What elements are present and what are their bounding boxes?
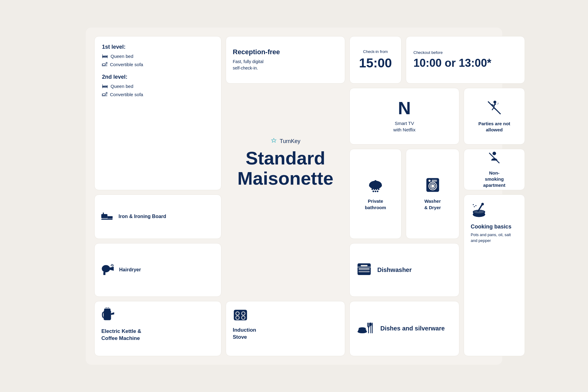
svg-rect-16 (369, 185, 382, 187)
dishwasher-label: Dishwasher (377, 266, 412, 273)
nosmoking-box: Non-smokingapartment (464, 149, 525, 190)
main-card: 1st level: 🛏 Queen bed 🛋 Convertible sof… (86, 28, 502, 365)
cooking-sublabel: Pots and pans, oil, saltand pepper (471, 232, 518, 244)
svg-point-61 (481, 203, 484, 205)
svg-point-8 (492, 152, 496, 155)
bathroom-icon (367, 177, 384, 194)
svg-point-13 (102, 265, 110, 272)
svg-point-30 (428, 179, 431, 182)
dishes-icon (356, 321, 375, 336)
checkout-time: 10:00 or 13:00* (413, 57, 517, 70)
svg-rect-35 (359, 268, 370, 270)
svg-rect-12 (103, 213, 104, 215)
bed-icon: 🛏 (102, 53, 108, 60)
iron-box: Iron & Ironing Board (94, 194, 221, 239)
hairdryer-label: Hairdryer (119, 267, 141, 273)
washer-box: Washer& Dryer (406, 149, 459, 239)
svg-rect-47 (104, 308, 111, 311)
property-name: StandardMaisonette (237, 148, 333, 189)
svg-rect-25 (375, 180, 376, 182)
parties-label: Parties are not allowed (471, 121, 518, 133)
svg-point-45 (370, 322, 372, 326)
svg-point-23 (377, 190, 378, 192)
sofa-icon-2: 🛋 (102, 91, 107, 98)
dishwasher-icon (356, 262, 372, 277)
nosmoking-label: Non-smokingapartment (483, 170, 506, 189)
cooking-box: Cooking basics Pots and pans, oil, salta… (464, 194, 525, 356)
level1-bed1: 🛏 Queen bed (102, 53, 214, 60)
level2-sofa1: 🛋 Convertible sofa (102, 91, 214, 98)
level2-section: 2nd level: 🛏 Queen bed 🛋 Convertible sof… (102, 74, 214, 98)
kettle-label: Electric Kettle &Coffee Machine (101, 328, 214, 342)
svg-rect-36 (359, 271, 370, 272)
dishwasher-box: Dishwasher (349, 243, 459, 297)
svg-rect-10 (101, 214, 107, 218)
dishes-label: Dishes and silverware (380, 325, 445, 332)
reception-title: Reception-free (233, 48, 338, 56)
svg-point-17 (371, 188, 373, 190)
bathroom-label: Privatebathroom (365, 198, 386, 211)
svg-point-39 (359, 327, 366, 330)
svg-text:♪: ♪ (497, 101, 499, 105)
reception-box: Reception-free Fast, fully digitalself-c… (226, 36, 345, 84)
sofa-icon: 🛋 (102, 61, 107, 68)
parties-icon: ♪ (486, 99, 503, 118)
svg-rect-14 (103, 272, 105, 275)
iron-icon (101, 211, 114, 222)
checkin-time: 15:00 (359, 56, 392, 70)
cooking-icon (471, 202, 518, 219)
checkin-box: Check-in from 15:00 (349, 36, 401, 84)
grid-layout: 1st level: 🛏 Queen bed 🛋 Convertible sof… (94, 36, 494, 356)
svg-point-20 (378, 188, 379, 190)
svg-point-21 (372, 190, 374, 192)
level1-sofa1: 🛋 Convertible sofa (102, 61, 214, 68)
smarttv-box: N Smart TVwith Netflix (349, 88, 459, 145)
level1-title: 1st level: (102, 44, 214, 50)
washer-icon (425, 177, 441, 194)
bed-icon-2: 🛏 (102, 83, 108, 90)
svg-point-18 (374, 188, 375, 190)
level2-title: 2nd level: (102, 74, 214, 80)
washer-label: Washer& Dryer (424, 198, 441, 211)
dishes-box: Dishes and silverware (349, 301, 459, 356)
bathroom-box: Privatebathroom (349, 149, 401, 239)
brand-box: TurnKey StandardMaisonette (226, 88, 345, 239)
turnkey-logo-icon (270, 138, 277, 145)
cooking-label: Cooking basics (471, 224, 518, 230)
svg-point-22 (375, 190, 376, 192)
induction-label: InductionStove (233, 326, 338, 341)
brand-name: TurnKey (280, 138, 300, 145)
svg-rect-11 (101, 219, 113, 220)
hairdryer-icon (101, 263, 114, 276)
checkout-label: Checkout before (413, 50, 517, 55)
svg-rect-34 (361, 265, 368, 266)
svg-point-52 (242, 312, 245, 315)
checkin-label: Check-in from (363, 49, 388, 54)
netflix-n: N (398, 99, 411, 117)
hairdryer-box: Hairdryer (94, 243, 221, 297)
nosmoking-icon (487, 150, 502, 167)
level2-bed1: 🛏 Queen bed (102, 83, 214, 90)
brand-logo: TurnKey (270, 138, 300, 145)
svg-point-56 (242, 316, 245, 319)
iron-label: Iron & Ironing Board (119, 214, 166, 219)
svg-point-50 (236, 312, 239, 315)
sleeping-box: 1st level: 🛏 Queen bed 🛋 Convertible sof… (94, 36, 221, 190)
kettle-box: Electric Kettle &Coffee Machine (94, 301, 221, 356)
level1-section: 1st level: 🛏 Queen bed 🛋 Convertible sof… (102, 44, 214, 68)
svg-point-19 (376, 188, 377, 190)
induction-box: InductionStove (226, 301, 345, 356)
reception-subtitle: Fast, fully digitalself-check-in. (233, 58, 338, 71)
smarttv-label: Smart TVwith Netflix (393, 120, 416, 133)
induction-icon (233, 307, 338, 323)
parties-box: ♪ Parties are not allowed (464, 88, 525, 145)
svg-rect-46 (104, 310, 111, 320)
svg-point-64 (473, 204, 474, 205)
svg-point-0 (493, 100, 496, 103)
svg-rect-31 (432, 179, 437, 182)
svg-point-62 (474, 206, 475, 207)
svg-point-63 (475, 205, 476, 206)
checkout-box: Checkout before 10:00 or 13:00* (406, 36, 525, 84)
kettle-icon (101, 307, 214, 324)
svg-point-54 (236, 316, 239, 319)
